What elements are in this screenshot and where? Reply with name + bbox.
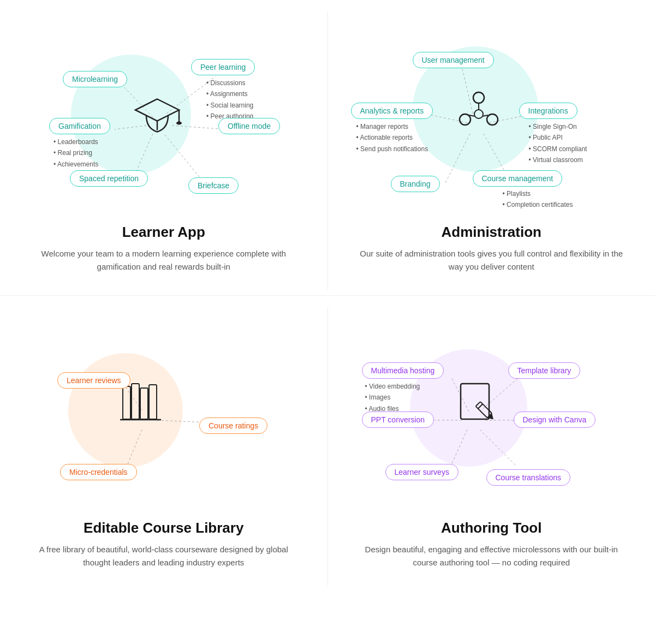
chip-branding: Branding	[391, 176, 440, 192]
svg-rect-36	[461, 384, 489, 419]
chip-integrations: Integrations	[519, 103, 577, 119]
library-desc: A free library of beautiful, world-class…	[27, 543, 300, 569]
authoring-section: Multimedia hosting Video embedding Image…	[328, 307, 656, 586]
admin-diagram: User management Analytics & reports Mana…	[334, 22, 650, 218]
svg-rect-28	[149, 385, 157, 419]
top-sections: Microlearning Peer learning Discussions …	[0, 11, 655, 290]
library-section: Learner reviews Course ratings Micro-cre…	[0, 307, 328, 586]
course-management-bullets: Playlists Completion certificates	[503, 188, 573, 211]
chip-learner-reviews: Learner reviews	[57, 372, 130, 389]
integrations-bullets: Single Sign-On Public API SCORM complian…	[529, 121, 587, 166]
learner-app-diagram: Microlearning Peer learning Discussions …	[5, 22, 322, 218]
authoring-title: Authoring Tool	[355, 520, 628, 536]
learner-app-desc: Welcome your team to a modern learning e…	[27, 247, 300, 273]
admin-icon	[454, 87, 503, 138]
bottom-sections: Learner reviews Course ratings Micro-cre…	[0, 307, 655, 586]
learner-app-text: Learner App Welcome your team to a moder…	[5, 218, 322, 273]
svg-point-9	[176, 121, 182, 124]
admin-desc: Our suite of administration tools gives …	[355, 247, 628, 273]
admin-text: Administration Our suite of administrati…	[334, 218, 650, 273]
peer-learning-bullets: Discussions Assignments Social learning …	[206, 77, 253, 122]
chip-multimedia-hosting: Multimedia hosting	[362, 362, 444, 379]
chip-course-management: Course management	[473, 170, 563, 187]
chip-micro-credentials: Micro-credentials	[60, 464, 137, 480]
chip-learner-surveys: Learner surveys	[385, 464, 458, 480]
chip-offline-mode: Offline mode	[218, 118, 280, 134]
svg-point-17	[487, 114, 498, 125]
chip-gamification: Gamification	[49, 118, 110, 134]
library-title: Editable Course Library	[27, 520, 300, 536]
svg-rect-25	[123, 386, 130, 419]
chip-briefcase: Briefcase	[188, 177, 239, 194]
chip-template-library: Template library	[508, 362, 581, 379]
learner-app-title: Learner App	[27, 224, 300, 241]
chip-course-translations: Course translations	[486, 469, 571, 486]
authoring-diagram: Multimedia hosting Video embedding Image…	[334, 318, 650, 514]
chip-microlearning: Microlearning	[63, 71, 127, 87]
chip-ppt-conversion: PPT conversion	[362, 412, 434, 428]
main-divider	[0, 295, 655, 296]
chip-analytics-reports: Analytics & reports	[351, 103, 433, 119]
chip-design-with-canva: Design with Canva	[514, 412, 596, 428]
admin-title: Administration	[355, 224, 628, 241]
svg-point-18	[474, 110, 483, 118]
gamification-bullets: Leaderboards Real prizing Achievements	[53, 136, 98, 170]
learner-app-section: Microlearning Peer learning Discussions …	[0, 11, 328, 290]
svg-line-39	[478, 404, 483, 409]
library-text: Editable Course Library A free library o…	[5, 514, 322, 569]
chip-spaced-repetition: Spaced repetition	[70, 170, 148, 187]
library-diagram: Learner reviews Course ratings Micro-cre…	[5, 318, 322, 514]
learner-app-icon	[133, 94, 182, 138]
svg-rect-26	[132, 384, 139, 419]
chip-peer-learning: Peer learning	[191, 59, 255, 75]
authoring-desc: Design beautiful, engaging and effective…	[355, 543, 628, 569]
svg-rect-27	[140, 388, 148, 419]
chip-user-management: User management	[413, 52, 494, 68]
authoring-icon	[454, 378, 503, 430]
administration-section: User management Analytics & reports Mana…	[328, 11, 656, 290]
svg-marker-6	[135, 99, 179, 121]
svg-point-15	[473, 92, 484, 103]
main-container: Microlearning Peer learning Discussions …	[0, 0, 655, 597]
analytics-bullets: Manager reports Actionable reports Send …	[356, 121, 428, 154]
authoring-text: Authoring Tool Design beautiful, engagin…	[334, 514, 650, 569]
chip-course-ratings: Course ratings	[199, 418, 267, 434]
